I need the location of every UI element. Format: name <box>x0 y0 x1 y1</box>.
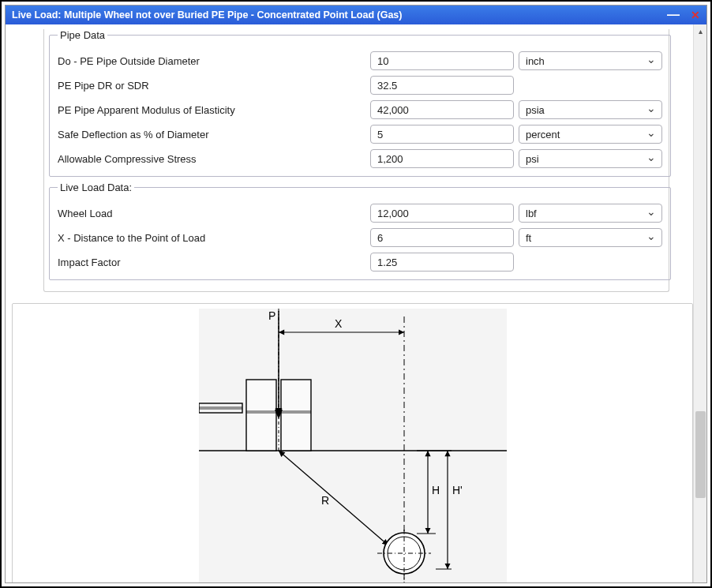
minimize-button[interactable]: — <box>667 11 680 19</box>
svg-rect-1 <box>199 403 242 413</box>
od-input[interactable] <box>370 51 514 70</box>
dr-input[interactable] <box>370 76 514 95</box>
pipe-data-legend: Pipe Data <box>58 29 107 41</box>
app-window: Live Load: Multiple Wheel not over Burie… <box>5 5 707 583</box>
x-distance-unit-select[interactable]: ft <box>519 228 662 247</box>
titlebar: Live Load: Multiple Wheel not over Burie… <box>6 6 706 24</box>
deflection-unit-select[interactable]: percent <box>519 125 662 144</box>
modulus-unit-select[interactable]: psia <box>519 100 662 119</box>
close-button[interactable]: ✕ <box>691 9 700 21</box>
modulus-input[interactable] <box>370 100 514 119</box>
diagram-label-H: H <box>432 484 440 496</box>
deflection-input[interactable] <box>370 125 514 144</box>
x-distance-label: X - Distance to the Point of Load <box>58 232 365 244</box>
acs-input[interactable] <box>370 149 514 168</box>
wheel-load-unit-select[interactable]: lbf <box>519 204 662 223</box>
diagram-label-P: P <box>268 309 275 322</box>
impact-factor-input[interactable] <box>370 253 514 272</box>
scroll-thumb[interactable] <box>695 411 706 498</box>
wheel-load-input[interactable] <box>370 204 514 223</box>
scroll-up-icon[interactable]: ▴ <box>694 24 706 38</box>
deflection-label: Safe Deflection as % of Diameter <box>58 129 365 140</box>
pipe-data-group: Pipe Data Do - PE Pipe Outside Diameter … <box>49 29 671 177</box>
diagram-panel: P X R <box>12 303 693 582</box>
diagram-label-X: X <box>335 317 343 330</box>
window-title: Live Load: Multiple Wheel not over Burie… <box>12 9 403 21</box>
svg-rect-4 <box>246 380 276 451</box>
svg-rect-5 <box>281 380 311 451</box>
vertical-scrollbar[interactable]: ▴ <box>693 24 706 582</box>
form-content: Pipe Data Do - PE Pipe Outside Diameter … <box>6 24 693 582</box>
wheel-load-label: Wheel Load <box>58 208 365 219</box>
dr-label: PE Pipe DR or SDR <box>58 80 365 92</box>
acs-label: Allowable Compressive Stress <box>58 153 365 165</box>
diagram-label-R: R <box>321 494 329 507</box>
live-load-group: Live Load Data: Wheel Load lbf X - Dista… <box>49 182 671 280</box>
acs-unit-select[interactable]: psi <box>519 149 662 168</box>
diagram-image: P X R <box>199 309 507 582</box>
od-unit-select[interactable]: inch <box>519 51 662 70</box>
diagram-label-Hprime: H' <box>452 484 463 496</box>
impact-factor-label: Impact Factor <box>58 257 365 268</box>
modulus-label: PE Pipe Apparent Modulus of Elasticity <box>58 104 365 116</box>
svg-line-13 <box>279 451 388 545</box>
live-load-legend: Live Load Data: <box>58 182 134 193</box>
od-label: Do - PE Pipe Outside Diameter <box>58 55 365 67</box>
x-distance-input[interactable] <box>370 228 514 247</box>
